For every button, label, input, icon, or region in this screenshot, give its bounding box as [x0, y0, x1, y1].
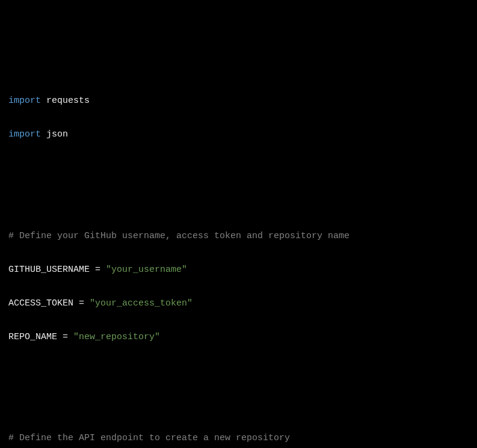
variable: REPO_NAME [8, 332, 57, 342]
module-name: requests [46, 96, 90, 106]
blank-line [8, 160, 469, 177]
blank-line [8, 396, 469, 413]
comment: # Define your GitHub username, access to… [8, 231, 349, 241]
code-line: import requests [8, 93, 469, 109]
code-line: import json [8, 126, 469, 143]
string-literal: "new_repository" [73, 332, 160, 342]
code-block: import requests import json # Define you… [8, 76, 469, 448]
code-line: # Define your GitHub username, access to… [8, 228, 469, 245]
string-literal: "your_username" [106, 265, 187, 275]
blank-line [8, 194, 469, 211]
variable: GITHUB_USERNAME [8, 265, 90, 275]
variable: ACCESS_TOKEN [8, 298, 73, 308]
operator: = [63, 332, 68, 342]
keyword-import: import [8, 129, 41, 140]
keyword-import: import [8, 96, 41, 106]
code-line: REPO_NAME = "new_repository" [8, 329, 469, 346]
code-line: # Define the API endpoint to create a ne… [8, 430, 469, 447]
blank-line [8, 363, 469, 379]
operator: = [79, 298, 84, 308]
code-line: GITHUB_USERNAME = "your_username" [8, 262, 469, 278]
comment: # Define the API endpoint to create a ne… [8, 433, 290, 443]
module-name: json [46, 129, 68, 140]
operator: = [95, 265, 100, 275]
code-line: ACCESS_TOKEN = "your_access_token" [8, 295, 469, 312]
string-literal: "your_access_token" [90, 298, 192, 308]
